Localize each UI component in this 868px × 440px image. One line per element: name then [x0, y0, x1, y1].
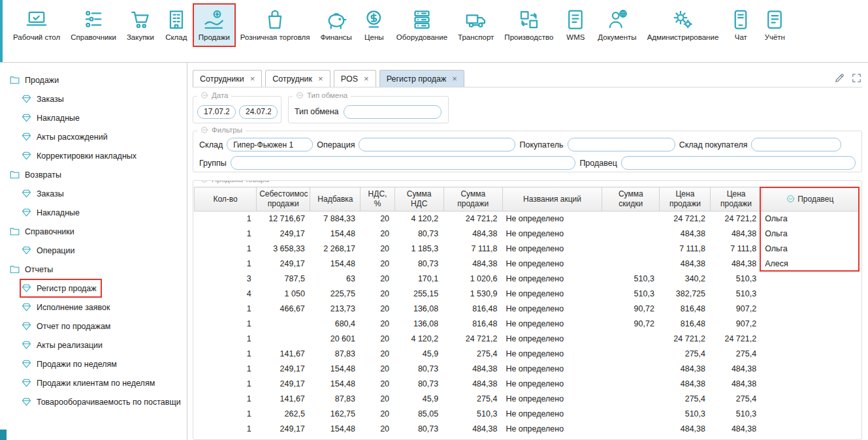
- tab[interactable]: Регистр продаж ×: [379, 70, 464, 87]
- column-header[interactable]: Цена продажи: [660, 187, 711, 212]
- table-cell[interactable]: 680,4: [310, 317, 361, 332]
- operation-input[interactable]: [359, 138, 515, 151]
- table-cell[interactable]: [602, 362, 660, 377]
- table-cell[interactable]: 484,38: [711, 257, 762, 272]
- table-cell[interactable]: 1: [195, 407, 257, 422]
- table-cell[interactable]: 510,3: [711, 287, 762, 302]
- table-cell[interactable]: 20: [361, 362, 394, 377]
- table-row[interactable]: 13 658,332 268,17201 185,37 111,8Не опре…: [195, 242, 859, 257]
- table-cell[interactable]: 3 658,33: [257, 242, 310, 257]
- table-cell[interactable]: 63: [310, 272, 361, 287]
- table-cell[interactable]: Не определено: [502, 212, 602, 227]
- table-cell[interactable]: 249,17: [257, 257, 310, 272]
- table-cell[interactable]: 20: [361, 332, 394, 347]
- toolbar-item[interactable]: Цены: [358, 5, 391, 46]
- table-cell[interactable]: 85,05: [394, 407, 443, 422]
- pencil-icon[interactable]: [834, 72, 845, 84]
- tab[interactable]: POS ×: [334, 70, 376, 87]
- table-cell[interactable]: 136,08: [394, 302, 443, 317]
- table-cell[interactable]: Не определено: [502, 392, 602, 407]
- table-cell[interactable]: Не определено: [502, 272, 602, 287]
- table-cell[interactable]: 24 721,2: [660, 332, 711, 347]
- column-header[interactable]: Кол-во: [195, 187, 257, 212]
- toolbar-item[interactable]: Администрирование: [643, 5, 724, 46]
- tree-item[interactable]: Продажи: [8, 71, 64, 89]
- table-row[interactable]: 1249,17154,482080,73484,38Не определено4…: [195, 257, 859, 272]
- tree-item[interactable]: Накладные: [20, 203, 85, 222]
- table-cell[interactable]: 510,3: [602, 272, 660, 287]
- table-cell[interactable]: 340,2: [660, 272, 711, 287]
- table-cell[interactable]: Не определено: [502, 377, 602, 392]
- table-cell[interactable]: [762, 272, 858, 287]
- table-cell[interactable]: 1 185,3: [394, 242, 443, 257]
- table-cell[interactable]: 1 020,6: [443, 272, 502, 287]
- table-row[interactable]: 120 601204 120,224 721,2Не определено24 …: [195, 332, 859, 347]
- tree-item[interactable]: Отчет по продажам: [20, 317, 116, 336]
- table-cell[interactable]: 154,48: [310, 377, 361, 392]
- table-row[interactable]: 1466,67213,7320136,08816,48Не определено…: [195, 302, 859, 317]
- tree-item[interactable]: Товарооборачиваемость по поставщи: [20, 392, 186, 411]
- table-cell[interactable]: Ольга: [762, 212, 858, 227]
- column-header[interactable]: Продавец: [762, 187, 858, 212]
- toolbar-item[interactable]: WMS: [559, 5, 592, 46]
- tree-item[interactable]: Накладные: [20, 108, 85, 127]
- table-cell[interactable]: 484,38: [443, 227, 502, 242]
- table-row[interactable]: 1249,17154,482080,73484,38Не определено4…: [195, 422, 859, 437]
- exchange-type-input[interactable]: [344, 105, 442, 119]
- column-header[interactable]: Сумма НДС: [394, 187, 443, 212]
- table-cell[interactable]: 275,4: [443, 392, 502, 407]
- toolbar-item[interactable]: Чат: [724, 5, 757, 46]
- table-cell[interactable]: 275,4: [443, 347, 502, 362]
- table-cell[interactable]: 1: [195, 332, 257, 347]
- tree-item[interactable]: Отчеты: [8, 260, 58, 279]
- table-cell[interactable]: 7 111,8: [443, 242, 502, 257]
- table-cell[interactable]: 24 721,2: [443, 332, 502, 347]
- table-cell[interactable]: [257, 332, 310, 347]
- toolbar-item[interactable]: Продажи: [194, 5, 234, 46]
- table-cell[interactable]: 45,9: [394, 392, 443, 407]
- table-cell[interactable]: Не определено: [502, 302, 602, 317]
- table-cell[interactable]: Не определено: [502, 407, 602, 422]
- table-cell[interactable]: 20: [361, 287, 394, 302]
- tree-item[interactable]: Исполнение заявок: [20, 298, 116, 317]
- table-cell[interactable]: 80,73: [394, 362, 443, 377]
- tab[interactable]: Сотрудник ×: [265, 70, 330, 87]
- table-cell[interactable]: 20: [361, 257, 394, 272]
- table-cell[interactable]: Ольга: [762, 227, 858, 242]
- column-header[interactable]: Названия акций: [502, 187, 602, 212]
- collapse-icon[interactable]: [201, 180, 208, 183]
- tree-item[interactable]: Заказы: [20, 89, 69, 108]
- table-cell[interactable]: 510,3: [711, 272, 762, 287]
- table-cell[interactable]: [762, 362, 858, 377]
- table-cell[interactable]: 4 120,2: [394, 332, 443, 347]
- table-cell[interactable]: 1: [195, 317, 257, 332]
- date-from-input[interactable]: [197, 105, 236, 119]
- table-cell[interactable]: [762, 317, 858, 332]
- table-cell[interactable]: 7 111,8: [660, 242, 711, 257]
- table-cell[interactable]: 1: [195, 392, 257, 407]
- table-cell[interactable]: 90,72: [602, 317, 660, 332]
- table-cell[interactable]: 275,4: [660, 347, 711, 362]
- table-cell[interactable]: 1: [195, 377, 257, 392]
- table-cell[interactable]: 484,38: [660, 257, 711, 272]
- table-cell[interactable]: 162,75: [310, 407, 361, 422]
- tree-item[interactable]: Справочники: [8, 222, 80, 241]
- collapse-icon[interactable]: [201, 126, 208, 134]
- table-cell[interactable]: 484,38: [443, 422, 502, 437]
- table-cell[interactable]: 1: [195, 362, 257, 377]
- table-cell[interactable]: 20: [361, 227, 394, 242]
- table-cell[interactable]: 12 716,67: [257, 212, 310, 227]
- table-cell[interactable]: 154,48: [310, 422, 361, 437]
- tree-item[interactable]: Корректировки накладных: [20, 146, 142, 165]
- table-cell[interactable]: 249,17: [257, 362, 310, 377]
- table-cell[interactable]: 136,08: [394, 317, 443, 332]
- column-header[interactable]: НДС, %: [361, 187, 394, 212]
- table-cell[interactable]: [602, 347, 660, 362]
- seller-input[interactable]: [621, 156, 856, 170]
- table-cell[interactable]: 1: [195, 212, 257, 227]
- table-cell[interactable]: 20: [361, 347, 394, 362]
- table-cell[interactable]: [762, 422, 858, 437]
- table-cell[interactable]: 262,5: [257, 407, 310, 422]
- table-cell[interactable]: 1: [195, 302, 257, 317]
- table-cell[interactable]: 80,73: [394, 227, 443, 242]
